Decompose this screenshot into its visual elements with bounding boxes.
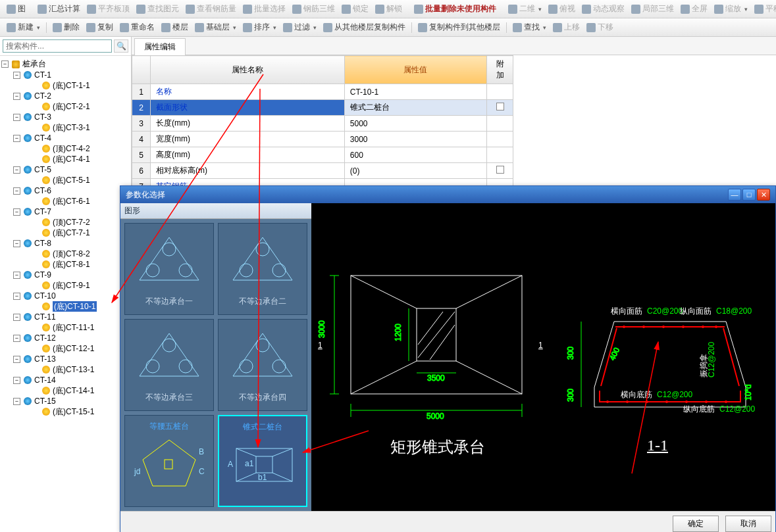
tree-node[interactable]: CT-13	[0, 354, 131, 364]
property-row[interactable]: 4宽度(mm)3000	[132, 132, 513, 147]
tree-node[interactable]: CT-10	[0, 291, 131, 301]
minimize-button[interactable]: —	[728, 189, 741, 201]
shape-option[interactable]: 不等边承台一	[124, 223, 214, 315]
prop-value[interactable]: 5000	[344, 116, 486, 132]
tree-leaf[interactable]: (底)CT-11-1	[0, 322, 131, 333]
prop-value[interactable]: (0)	[344, 163, 486, 179]
ok-button[interactable]: 确定	[673, 516, 719, 532]
property-row[interactable]: 1名称CT-10-1	[132, 84, 513, 100]
toolbar-delete[interactable]: 删除	[50, 20, 82, 34]
prop-value[interactable]: 锥式二桩台	[344, 100, 486, 116]
search-button[interactable]: 🔍	[114, 39, 128, 53]
toolbar-sort[interactable]: 排序	[240, 20, 279, 34]
tree-node[interactable]: CT-7	[0, 206, 131, 217]
tree-leaf[interactable]: (底)CT-15-1	[0, 406, 131, 417]
tree-leaf[interactable]: (底)CT-8-1	[0, 259, 131, 270]
tree-node[interactable]: CT-3	[0, 112, 131, 122]
tree-leaf[interactable]: (底)CT-9-1	[0, 280, 131, 291]
svg-point-58	[662, 326, 665, 328]
search-input[interactable]	[3, 39, 112, 53]
prop-extra[interactable]	[487, 163, 513, 179]
tree-leaf[interactable]: (底)CT-5-1	[0, 175, 131, 185]
tree-node[interactable]: CT-6	[0, 185, 131, 196]
maximize-button[interactable]: □	[742, 189, 756, 201]
tree-leaf[interactable]: (底)CT-1-1	[0, 80, 131, 91]
tree-leaf[interactable]: (底)CT-14-1	[0, 385, 131, 396]
property-row[interactable]: 3长度(mm)5000	[132, 116, 513, 132]
prop-name: 长度(mm)	[151, 116, 345, 132]
prop-extra[interactable]	[487, 147, 513, 163]
tree-leaf[interactable]: (底)CT-7-1	[0, 228, 131, 238]
svg-point-15	[272, 360, 286, 373]
toolbar-copyfrom[interactable]: 从其他楼层复制构件	[321, 20, 408, 34]
tree-node[interactable]: CT-12	[0, 333, 131, 343]
tree-leaf[interactable]: (底)CT-3-1	[0, 122, 131, 133]
node-icon	[24, 271, 32, 279]
prop-extra[interactable]	[487, 132, 513, 147]
prop-extra[interactable]	[487, 84, 513, 100]
tree-leaf[interactable]: (顶)CT-8-2	[0, 249, 131, 259]
leaf-icon	[42, 302, 50, 310]
new-icon	[7, 23, 16, 32]
toolbar-eye: 查看钢筋量	[183, 2, 239, 16]
toolbar-trash[interactable]: 批量删除未使用构件	[411, 2, 499, 16]
tree-leaf[interactable]: (底)CT-12-1	[0, 343, 131, 354]
component-tree[interactable]: 桩承台CT-1(底)CT-1-1CT-2(底)CT-2-1CT-3(底)CT-3…	[0, 56, 131, 532]
tree-node[interactable]: CT-15	[0, 396, 131, 406]
node-icon	[24, 134, 32, 142]
col-attr-name: 属性名称	[151, 56, 345, 84]
svg-point-56	[623, 326, 625, 328]
svg-line-24	[236, 448, 256, 456]
prop-value[interactable]: 600	[344, 147, 486, 163]
tree-leaf[interactable]: (底)CT-4-1	[0, 154, 131, 164]
close-button[interactable]: ✕	[757, 189, 770, 201]
shape-option[interactable]: 不等边承台三	[124, 319, 214, 411]
shape-option[interactable]: 等腰五桩台BCDjd	[124, 415, 214, 507]
tree-node[interactable]: CT-8	[0, 238, 131, 249]
property-row[interactable]: 2截面形状锥式二桩台	[132, 100, 513, 116]
prop-extra[interactable]	[487, 100, 513, 116]
prop-value[interactable]: CT-10-1	[344, 84, 486, 100]
section-mark-left: 1	[318, 341, 323, 350]
tree-node[interactable]: CT-1	[0, 70, 131, 80]
tree-node[interactable]: CT-9	[0, 270, 131, 280]
property-row[interactable]: 6相对底标高(m)(0)	[132, 163, 513, 179]
prop-value[interactable]: 3000	[344, 132, 486, 147]
toolbar-rename[interactable]: 重命名	[117, 20, 157, 34]
property-row[interactable]: 5高度(mm)600	[132, 147, 513, 163]
prop-extra[interactable]	[487, 116, 513, 132]
tree-leaf[interactable]: (底)CT-6-1	[0, 196, 131, 206]
tree-node[interactable]: CT-5	[0, 164, 131, 175]
toolbar-new[interactable]: 新建	[4, 20, 43, 34]
tree-leaf[interactable]: (底)CT-10-1	[0, 301, 131, 312]
toolbar-copyto[interactable]: 复制构件到其他楼层	[415, 20, 503, 34]
dim-width: 5000	[427, 412, 444, 421]
tree-leaf[interactable]: (底)CT-13-1	[0, 364, 131, 375]
shape-option[interactable]: 不等边承台二	[218, 223, 307, 315]
tree-leaf[interactable]: (顶)CT-4-2	[0, 143, 131, 154]
dialog-titlebar[interactable]: 参数化选择 — □ ✕	[120, 186, 775, 203]
toolbar-floor[interactable]: 楼层	[159, 20, 191, 34]
toolbar-find[interactable]: 查找	[510, 20, 549, 34]
leaf-icon	[42, 155, 50, 163]
tree-root[interactable]: 桩承台	[0, 59, 131, 70]
toolbar-grid[interactable]: 图	[4, 2, 28, 16]
svg-rect-23	[256, 456, 272, 473]
toolbar-copy[interactable]: 复制	[84, 20, 116, 34]
toolbar-sigma[interactable]: 汇总计算	[35, 2, 83, 16]
tab-property-edit[interactable]: 属性编辑	[134, 38, 186, 55]
tree-node[interactable]: CT-14	[0, 375, 131, 385]
tree-node[interactable]: CT-11	[0, 312, 131, 322]
tree-leaf[interactable]: (底)CT-2-1	[0, 101, 131, 112]
toolbar-filter[interactable]: 过滤	[280, 20, 319, 34]
svg-marker-12	[233, 333, 292, 376]
tree-leaf[interactable]: (顶)CT-7-2	[0, 217, 131, 228]
toolbar-basefloor[interactable]: 基础层	[192, 20, 239, 34]
shape-option[interactable]: 锥式二桩台Aa1b1B	[218, 415, 307, 507]
tree-node[interactable]: CT-2	[0, 91, 131, 101]
fullscreen-icon	[681, 5, 690, 14]
shape-option[interactable]: 不等边承台四	[218, 319, 307, 411]
svg-line-40	[430, 325, 455, 360]
cancel-button[interactable]: 取消	[725, 516, 771, 532]
tree-node[interactable]: CT-4	[0, 133, 131, 143]
